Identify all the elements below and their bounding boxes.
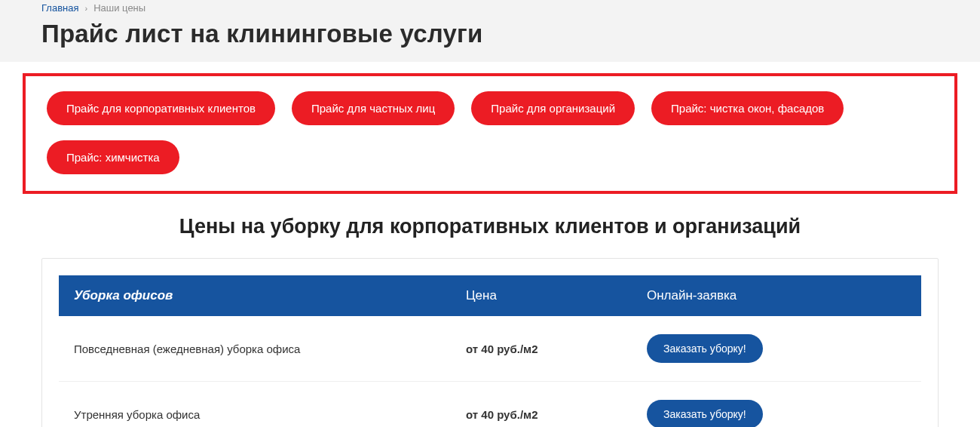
row-price: от 40 руб./м2 [451, 390, 632, 428]
header-price: Цена [451, 275, 632, 316]
price-category-box: Прайс для корпоративных клиентов Прайс д… [23, 73, 957, 194]
pill-corporate[interactable]: Прайс для корпоративных клиентов [47, 91, 275, 125]
table-row: Утренняя уборка офиса от 40 руб./м2 Зака… [59, 382, 921, 427]
breadcrumb-current: Наши цены [93, 2, 145, 14]
chevron-right-icon: › [84, 4, 87, 13]
price-card: Уборка офисов Цена Онлайн-заявка Повседн… [41, 258, 939, 427]
header-area: Главная › Наши цены Прайс лист на клинин… [0, 0, 980, 62]
row-name: Повседневная (ежедневная) уборка офиса [59, 324, 451, 373]
breadcrumb: Главная › Наши цены [41, 0, 939, 20]
pill-drycleaning[interactable]: Прайс: химчистка [47, 140, 179, 174]
row-name: Утренняя уборка офиса [59, 390, 451, 428]
pill-organizations[interactable]: Прайс для организаций [471, 91, 635, 125]
price-category-row: Прайс для корпоративных клиентов Прайс д… [47, 91, 933, 174]
table-row: Повседневная (ежедневная) уборка офиса о… [59, 316, 921, 382]
row-action-cell: Заказать уборку! [632, 316, 921, 381]
row-price: от 40 руб./м2 [451, 324, 632, 373]
pill-windows[interactable]: Прайс: чистка окон, фасадов [651, 91, 844, 125]
order-button[interactable]: Заказать уборку! [647, 400, 763, 427]
price-table: Уборка офисов Цена Онлайн-заявка Повседн… [59, 275, 921, 427]
header-action: Онлайн-заявка [632, 275, 921, 316]
breadcrumb-home-link[interactable]: Главная [41, 2, 78, 14]
page-title: Прайс лист на клининговые услуги [41, 20, 939, 48]
order-button[interactable]: Заказать уборку! [647, 334, 763, 363]
table-header: Уборка офисов Цена Онлайн-заявка [59, 275, 921, 316]
row-action-cell: Заказать уборку! [632, 382, 921, 427]
section-title: Цены на уборку для корпоративных клиенто… [0, 215, 980, 238]
pill-private[interactable]: Прайс для частных лиц [292, 91, 455, 125]
header-name: Уборка офисов [59, 275, 451, 316]
